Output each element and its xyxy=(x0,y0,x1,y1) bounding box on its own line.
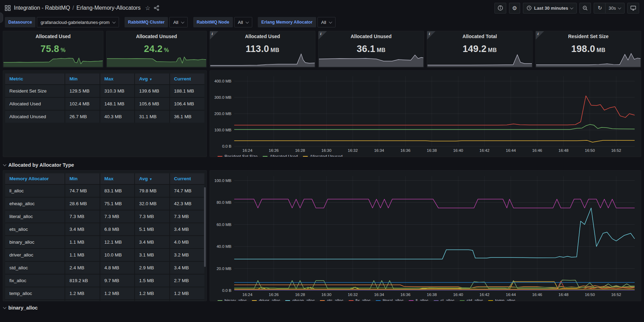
cell: 106.4 MB xyxy=(170,97,204,110)
legend-swatch-icon xyxy=(320,300,325,301)
legend-item-std_alloc[interactable]: std_alloc xyxy=(460,298,483,301)
legend-label: literal_alloc xyxy=(383,298,404,301)
dashboard-settings-button[interactable]: ⚙ xyxy=(509,3,520,14)
legend-label: ll_alloc xyxy=(416,298,429,301)
star-icon[interactable]: ☆ xyxy=(145,5,150,12)
variable-value-dropdown[interactable]: grafanacloud-gabrielantunes-prom xyxy=(37,17,119,27)
section-header-binary-alloc[interactable]: binary_alloc xyxy=(3,301,641,313)
cell: 3.1 MB xyxy=(135,249,169,261)
legend-item-resident-set-size[interactable]: Resident Set Size xyxy=(218,154,257,157)
allocators-chart-legend: binary_allocdriver_alloceheap_allocets_a… xyxy=(213,298,638,301)
column-header-metric[interactable]: Metric xyxy=(5,73,65,85)
legend-item-temp_alloc[interactable]: temp_alloc xyxy=(488,298,515,301)
variable-1: RabbitMQ ClusterAll xyxy=(125,17,188,27)
stat-value: 75.8 xyxy=(41,44,59,54)
panel-info-corner[interactable] xyxy=(536,31,544,40)
cell: 42.3 MB xyxy=(170,197,204,210)
legend-item-ets_alloc[interactable]: ets_alloc xyxy=(320,298,343,301)
svg-text:16:44: 16:44 xyxy=(506,293,516,297)
column-header-avg[interactable]: Avg▾ xyxy=(135,73,169,85)
chevron-down-icon xyxy=(3,163,7,166)
dashboards-grid-icon[interactable] xyxy=(5,5,11,11)
legend-item-driver_alloc[interactable]: driver_alloc xyxy=(252,298,280,301)
legend-label: Allocated Unused xyxy=(310,154,342,157)
legend-item-eheap_alloc[interactable]: eheap_alloc xyxy=(285,298,315,301)
legend-item-allocated-used[interactable]: Allocated Used xyxy=(263,154,298,157)
stat-unit: % xyxy=(164,47,169,53)
cell: ets_alloc xyxy=(5,223,65,236)
cell: 7.3 MB xyxy=(100,210,135,223)
stat-value: 36.1 xyxy=(357,44,375,54)
cell: 1.2 MB xyxy=(100,287,135,300)
legend-item-allocated-unused[interactable]: Allocated Unused xyxy=(303,154,342,157)
column-header-min[interactable]: Min xyxy=(65,73,100,85)
panel-title: Allocated Total xyxy=(463,34,497,39)
svg-text:16:32: 16:32 xyxy=(348,293,358,297)
svg-text:16:52: 16:52 xyxy=(611,148,621,153)
cell: 9.7 MB xyxy=(100,274,135,287)
legend-item-sl_alloc[interactable]: sl_alloc xyxy=(434,298,455,301)
memory-chart[interactable]: 16:2416:2616:2816:3016:3216:3416:3616:38… xyxy=(213,73,638,154)
refresh-picker[interactable]: ↻ 30s xyxy=(594,3,625,14)
variable-value-dropdown[interactable]: All xyxy=(234,17,252,27)
table-scrollbar[interactable] xyxy=(204,187,206,267)
variable-value-dropdown[interactable]: All xyxy=(317,17,336,27)
svg-text:16:40: 16:40 xyxy=(453,148,463,153)
legend-item-fix_alloc[interactable]: fix_alloc xyxy=(349,298,371,301)
panel-info-corner[interactable] xyxy=(319,31,327,40)
cell: 5.1 MB xyxy=(135,223,169,236)
column-header-max[interactable]: Max xyxy=(100,73,135,85)
svg-text:16:26: 16:26 xyxy=(269,148,279,153)
time-range-picker[interactable]: Last 30 minutes xyxy=(523,3,577,14)
cell: 1.1 MB xyxy=(65,236,100,249)
chevron-down-icon xyxy=(3,306,7,309)
column-header-current[interactable]: Current xyxy=(170,73,204,85)
svg-text:16:48: 16:48 xyxy=(559,148,569,153)
time-range-label: Last 30 minutes xyxy=(534,6,568,11)
chevron-down-icon xyxy=(112,20,116,24)
share-icon[interactable] xyxy=(154,5,159,11)
panel-title: Allocated Used xyxy=(35,34,70,39)
dashboard-info-button[interactable] xyxy=(494,3,506,14)
cell: 294.9 kB xyxy=(135,300,169,301)
legend-label: Allocated Used xyxy=(270,154,298,157)
column-header-max[interactable]: Max xyxy=(100,173,135,184)
cell: 79.8 MB xyxy=(135,184,169,197)
cell: Allocated Used xyxy=(5,97,65,110)
sidebar-toggle-handle[interactable] xyxy=(0,12,3,23)
tv-mode-button[interactable] xyxy=(627,3,639,14)
allocators-chart[interactable]: 16:2416:2616:2816:3016:3216:3416:3616:38… xyxy=(213,173,638,298)
gear-icon: ⚙ xyxy=(512,5,517,11)
info-icon: i xyxy=(537,32,539,36)
stat-panel-allocated-unused-mb: i Allocated Unused 36.1MB xyxy=(318,31,424,68)
cell: 4.8 MB xyxy=(100,261,135,274)
legend-item-ll_alloc[interactable]: ll_alloc xyxy=(409,298,429,301)
variable-2: RabbitMQ NodeAll xyxy=(193,17,252,27)
chevron-down-icon xyxy=(246,20,249,24)
column-header-memory-allocator[interactable]: Memory Allocator xyxy=(5,173,65,184)
cell: sl_alloc xyxy=(5,300,65,301)
section-header-allocated-by-allocator-type[interactable]: Allocated by Allocator Type xyxy=(3,158,641,170)
info-icon: i xyxy=(429,32,430,36)
legend-swatch-icon xyxy=(252,300,257,301)
legend-item-binary_alloc[interactable]: binary_alloc xyxy=(218,298,247,301)
panel-info-corner[interactable] xyxy=(427,31,435,40)
column-header-min[interactable]: Min xyxy=(65,173,100,184)
legend-label: driver_alloc xyxy=(259,298,280,301)
breadcrumb-folder[interactable]: Integration - RabbitMQ xyxy=(14,5,70,11)
variable-value-dropdown[interactable]: All xyxy=(169,17,187,27)
table-row: driver_alloc1.1 MB10.0 MB3.1 MB3.2 MB xyxy=(5,249,204,261)
breadcrumb-dashboard[interactable]: Erlang-Memory-Allocators xyxy=(76,5,141,11)
cell: 6.8 MB xyxy=(100,223,135,236)
column-header-current[interactable]: Current xyxy=(170,173,204,184)
cell: 28.6 MB xyxy=(65,197,100,210)
table-row: temp_alloc1.2 MB1.2 MB1.2 MB1.2 MB xyxy=(5,287,204,300)
table-row: literal_alloc7.3 MB7.3 MB7.3 MB7.3 MB xyxy=(5,210,204,223)
zoom-out-button[interactable] xyxy=(579,3,591,14)
panel-info-corner[interactable] xyxy=(210,31,218,40)
svg-text:16:32: 16:32 xyxy=(348,148,358,153)
column-header-avg[interactable]: Avg▾ xyxy=(135,173,169,184)
stat-panel-resident-set-size: i Resident Set Size 198.0MB xyxy=(535,31,641,68)
legend-item-literal_alloc[interactable]: literal_alloc xyxy=(376,298,404,301)
panel-title: Allocated Unused xyxy=(136,34,177,39)
